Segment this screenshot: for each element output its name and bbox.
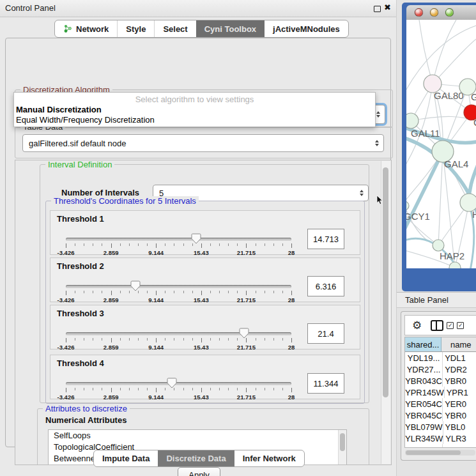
spinner-arrows-icon	[375, 139, 379, 148]
float-window-icon[interactable]	[374, 6, 381, 12]
tick-mark	[246, 338, 247, 342]
network-edge[interactable]	[433, 20, 456, 84]
network-node-gal11[interactable]	[406, 113, 418, 128]
checkbox-icon[interactable]: ✓	[447, 322, 454, 329]
tick-mark	[138, 388, 139, 390]
tick-mark	[147, 388, 148, 390]
tab-infer-network[interactable]: Infer Network	[234, 450, 304, 466]
slider-thumb[interactable]	[191, 233, 201, 244]
zoom-button[interactable]	[445, 8, 454, 17]
algorithm-option-equal-width-frequency-discretization[interactable]: Equal Width/Frequency Discretization	[16, 115, 155, 125]
tab-style[interactable]: Style	[117, 20, 154, 37]
cyni-toolbox-panel: Discretization Algorithm Select algorith…	[5, 38, 391, 447]
tick-mark	[282, 338, 283, 341]
table-row[interactable]: YLR345WYLR3	[405, 433, 476, 444]
slider-scale: -3.4262.8599.14415.4321.71528	[66, 249, 291, 256]
threshold-slider[interactable]: -3.4262.8599.14415.4321.71528	[66, 234, 291, 254]
table-panel-title: Table Panel	[405, 295, 449, 305]
tab-label: Cyni Toolbox	[204, 24, 256, 34]
close-icon[interactable]: ✖	[384, 3, 391, 12]
table-row[interactable]: YER054CYER0	[405, 398, 476, 410]
table-h-scrollbar[interactable]	[405, 450, 475, 456]
gear-icon[interactable]: ⚙	[412, 320, 422, 331]
node-label: GAL80	[434, 90, 464, 101]
network-node-gcy1[interactable]	[406, 201, 409, 210]
table-cell: YPR1	[445, 387, 476, 398]
network-canvas[interactable]: GAL80GCGAL11GAL4HGCY1HAP2	[406, 20, 476, 268]
threshold-slider[interactable]: -3.4262.8599.14415.4321.71528	[66, 378, 291, 399]
tick-mark	[265, 243, 265, 246]
tick-mark	[256, 388, 256, 390]
node-table[interactable]: shared...nameYDL19...YDL1YDR27...YDR2YBR…	[404, 337, 476, 448]
tab-discretize-data[interactable]: Discretize Data	[158, 450, 234, 466]
tab-cyni-toolbox[interactable]: Cyni Toolbox	[196, 20, 265, 37]
network-node[interactable]	[449, 262, 461, 268]
network-node-hap2[interactable]	[433, 240, 444, 251]
scale-label: -3.426	[58, 344, 75, 351]
threshold-value-field[interactable]: 11.344	[307, 373, 344, 394]
network-graph: GAL80GCGAL11GAL4HGCY1HAP2	[406, 20, 476, 268]
tab-impute-data[interactable]: Impute Data	[94, 450, 158, 466]
tab-jactivemnodules[interactable]: jActiveMNodules	[265, 20, 348, 37]
split-view-icon[interactable]	[431, 320, 443, 331]
scrollbar-thumb[interactable]	[340, 433, 345, 451]
slider-track[interactable]	[66, 238, 291, 241]
column-header-name[interactable]: name	[441, 337, 476, 351]
threshold-value-field[interactable]: 21.4	[307, 323, 344, 344]
threshold-slider[interactable]: -3.4262.8599.14415.4321.71528	[66, 281, 291, 302]
tick-mark	[129, 291, 130, 293]
attributes-list-scrollbar[interactable]	[338, 430, 346, 465]
table-cell: YBR0	[443, 410, 476, 421]
network-view-window[interactable]: GAL80GCGAL11GAL4HGCY1HAP2	[402, 3, 476, 291]
threshold-value-field[interactable]: 14.713	[307, 229, 344, 249]
table-panel-titlebar: Table Panel	[397, 292, 476, 308]
threshold-slider[interactable]: -3.4262.8599.14415.4321.71528	[66, 328, 291, 349]
slider-track[interactable]	[66, 382, 291, 385]
tick-mark	[129, 243, 130, 246]
thresholds-group: Threshold's Coordinates for 5 Intervals …	[45, 201, 365, 404]
table-panel-toolbar: ⚙✓✓	[404, 315, 476, 335]
tick-mark	[111, 243, 112, 248]
scrollbar-thumb[interactable]	[406, 450, 461, 455]
apply-button[interactable]: Apply	[178, 467, 220, 476]
network-edge[interactable]	[438, 151, 443, 245]
threshold-value-field[interactable]: 6.316	[307, 276, 344, 296]
algorithm-option-manual-discretization[interactable]: Manual Discretization	[16, 105, 102, 114]
node-label: GAL11	[411, 128, 440, 139]
tick-mark	[93, 388, 93, 390]
table-cell: YBL0	[443, 421, 476, 433]
table-row[interactable]: YPR145WYPR1	[405, 387, 476, 398]
tick-mark	[228, 291, 229, 293]
slider-thumb[interactable]	[239, 328, 249, 339]
table-row[interactable]: YDR27...YDR2	[405, 364, 476, 375]
table-row[interactable]: YIL052CYIL0	[405, 444, 476, 448]
table-row[interactable]: YBL079WYBL0	[405, 421, 476, 433]
tick-mark	[228, 388, 229, 390]
slider-track[interactable]	[66, 332, 291, 335]
minimize-button[interactable]	[430, 8, 438, 17]
table-row[interactable]: YDL19...YDL1	[405, 352, 476, 364]
table-cell: YDR2	[443, 364, 476, 375]
slider-thumb[interactable]	[130, 280, 141, 291]
network-edge[interactable]	[419, 20, 433, 84]
checkbox-icon[interactable]: ✓	[457, 322, 464, 329]
table-row[interactable]: YBR045CYBR0	[405, 410, 476, 421]
slider-thumb[interactable]	[167, 378, 177, 388]
tab-network[interactable]: Network	[55, 20, 117, 37]
tick-mark	[75, 243, 75, 246]
table-cell: YBR0	[443, 375, 476, 387]
tick-mark	[93, 291, 93, 293]
list-item-selfloops[interactable]: SelfLoops	[49, 430, 346, 441]
panel-scrollbar[interactable]	[381, 161, 390, 464]
scale-label: 9.144	[148, 296, 164, 303]
slider-track[interactable]	[66, 285, 291, 288]
tab-select[interactable]: Select	[154, 20, 196, 37]
column-header-shared[interactable]: shared...	[405, 337, 441, 351]
tick-mark	[192, 291, 193, 293]
close-button[interactable]	[415, 8, 423, 17]
scrollbar-thumb[interactable]	[383, 167, 388, 397]
table-data-select[interactable]: galFiltered.sif default node	[22, 134, 384, 152]
table-row[interactable]: YBR043CYBR0	[405, 375, 476, 387]
tick-mark	[273, 243, 274, 246]
network-window-titlebar[interactable]	[406, 5, 476, 20]
